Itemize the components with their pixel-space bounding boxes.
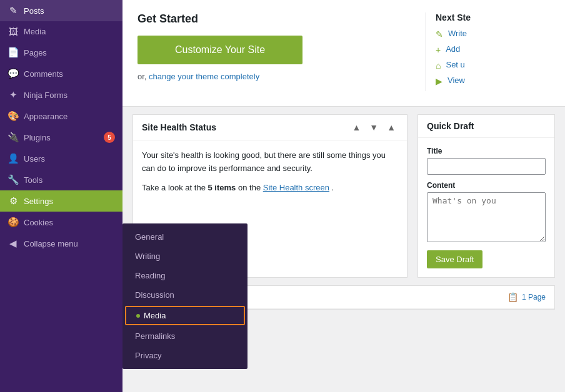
widget-close-button[interactable]: ▲: [384, 121, 398, 134]
sidebar-label-settings: Settings: [24, 197, 115, 206]
sidebar-label-tools: Tools: [24, 175, 115, 185]
or-text: or, change your theme completely: [138, 72, 425, 81]
next-steps-panel: Next Ste ✎ Write + Add ⌂ Set u ▶ View: [425, 12, 550, 91]
sidebar-label-ninja-forms: Ninja Forms: [24, 91, 115, 100]
plugins-badge: 5: [104, 132, 115, 143]
draft-title-input[interactable]: [427, 158, 546, 175]
plugins-icon: 🔌: [8, 132, 19, 143]
submenu-item-discussion[interactable]: Discussion: [122, 285, 248, 305]
pages-icon: 📄: [8, 47, 19, 58]
site-health-title: Site Health Status: [142, 122, 216, 132]
next-step-write[interactable]: ✎ Write: [436, 29, 550, 39]
customize-site-button[interactable]: Customize Your Site: [138, 36, 302, 64]
draft-content-input[interactable]: [427, 192, 546, 242]
content-label: Content: [427, 181, 546, 190]
sidebar-label-cookies: Cookies: [24, 218, 115, 227]
sidebar-label-media: Media: [24, 27, 115, 36]
sidebar-label-pages: Pages: [24, 48, 115, 57]
sidebar-item-users[interactable]: 👤 Users: [0, 148, 122, 169]
sidebar-label-comments: Comments: [24, 69, 115, 79]
health-text-1: Your site's health is looking good, but …: [142, 149, 398, 175]
site-health-header: Site Health Status ▲ ▼ ▲: [133, 115, 407, 140]
health-screen-link[interactable]: Site Health screen: [263, 183, 329, 192]
setup-icon: ⌂: [436, 61, 441, 71]
submenu-label-permalinks: Permalinks: [135, 331, 175, 341]
submenu-label-general: General: [135, 232, 164, 242]
write-icon: ✎: [436, 29, 443, 39]
next-step-setup[interactable]: ⌂ Set u: [436, 60, 550, 71]
health-text-2: Take a look at the 5 items on the Site H…: [142, 182, 398, 195]
sidebar-item-collapse[interactable]: ◀ Collapse menu: [0, 233, 122, 254]
submenu-label-reading: Reading: [135, 271, 165, 280]
sidebar-item-ninja-forms[interactable]: ✦ Ninja Forms: [0, 84, 122, 105]
submenu-item-privacy[interactable]: Privacy: [122, 346, 248, 365]
submenu-label-writing: Writing: [135, 252, 160, 261]
page-count: 📋 1 Page: [508, 292, 546, 302]
sidebar-item-pages[interactable]: 📄 Pages: [0, 42, 122, 63]
sidebar-item-appearance[interactable]: 🎨 Appearance: [0, 105, 122, 127]
sidebar-label-appearance: Appearance: [24, 112, 115, 121]
submenu-label-media: Media: [144, 311, 166, 320]
next-steps-title: Next Ste: [436, 12, 550, 22]
quick-draft-header: Quick Draft: [418, 115, 554, 138]
posts-icon: ✎: [8, 5, 19, 16]
get-started-panel: Get Started Customize Your Site or, chan…: [122, 0, 565, 107]
site-health-body: Your site's health is looking good, but …: [133, 140, 407, 209]
submenu-item-general[interactable]: General: [122, 227, 248, 247]
submenu-item-writing[interactable]: Writing: [122, 247, 248, 266]
sidebar-label-collapse: Collapse menu: [24, 239, 115, 248]
submenu-label-discussion: Discussion: [135, 290, 174, 300]
change-theme-link[interactable]: change your theme completely: [149, 72, 259, 81]
sidebar-item-tools[interactable]: 🔧 Tools: [0, 169, 122, 190]
page-icon: 📋: [508, 292, 518, 302]
submenu-item-reading[interactable]: Reading: [122, 266, 248, 285]
quick-draft-title: Quick Draft: [427, 121, 474, 131]
submenu-label-privacy: Privacy: [135, 351, 162, 360]
next-step-add[interactable]: + Add: [436, 44, 550, 55]
sidebar-label-users: Users: [24, 154, 115, 164]
quick-draft-body: Title Content Save Draft: [418, 138, 554, 277]
submenu-item-permalinks[interactable]: Permalinks: [122, 326, 248, 346]
submenu-item-media[interactable]: Media: [125, 306, 245, 325]
cookies-icon: 🍪: [8, 217, 19, 228]
collapse-icon: ◀: [8, 238, 19, 249]
save-draft-button[interactable]: Save Draft: [427, 250, 482, 268]
sidebar-label-posts: Posts: [24, 6, 115, 16]
add-icon: +: [436, 45, 441, 55]
submenu-dot-media: [136, 314, 140, 318]
title-label: Title: [427, 147, 546, 155]
next-step-view[interactable]: ▶ View: [436, 76, 550, 86]
widget-up-button[interactable]: ▲: [349, 121, 363, 134]
appearance-icon: 🎨: [8, 110, 19, 122]
sidebar-item-media[interactable]: 🖼 Media: [0, 21, 122, 42]
quick-draft-widget: Quick Draft Title Content Save Draft: [418, 114, 555, 278]
sidebar-item-cookies[interactable]: 🍪 Cookies: [0, 212, 122, 233]
comments-icon: 💬: [8, 68, 19, 79]
settings-icon: ⚙: [8, 195, 19, 207]
sidebar-item-posts[interactable]: ✎ Posts: [0, 0, 122, 21]
item-count: 5 items: [208, 183, 236, 192]
sidebar: ✎ Posts 🖼 Media 📄 Pages 💬 Comments ✦ Nin…: [0, 0, 122, 392]
sidebar-item-plugins[interactable]: 🔌 Plugins 5: [0, 127, 122, 148]
sidebar-label-plugins: Plugins: [24, 133, 99, 142]
view-icon: ▶: [436, 76, 442, 86]
widget-down-button[interactable]: ▼: [367, 121, 381, 134]
get-started-title: Get Started: [138, 12, 425, 26]
settings-submenu: General Writing Reading Discussion Media…: [122, 223, 248, 369]
sidebar-item-comments[interactable]: 💬 Comments: [0, 63, 122, 84]
tools-icon: 🔧: [8, 174, 19, 185]
sidebar-item-settings[interactable]: ⚙ Settings: [0, 190, 122, 212]
media-icon: 🖼: [8, 26, 19, 37]
ninja-forms-icon: ✦: [8, 89, 19, 100]
users-icon: 👤: [8, 153, 19, 164]
widget-controls: ▲ ▼ ▲: [349, 121, 398, 134]
